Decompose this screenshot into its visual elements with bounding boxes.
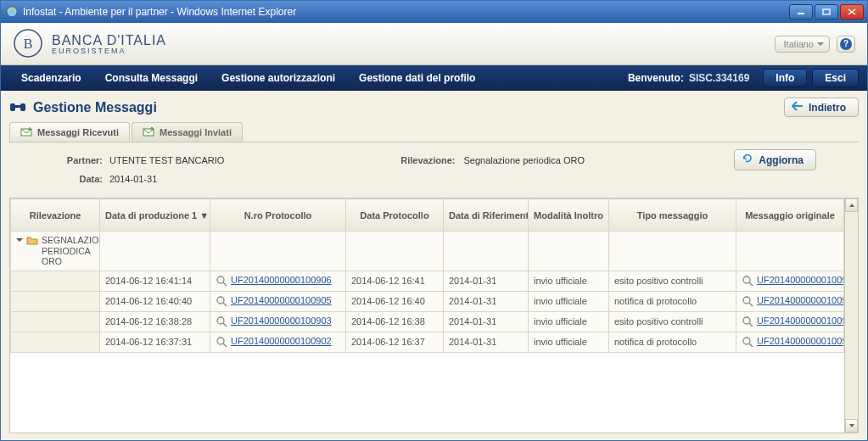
exit-button[interactable]: Esci: [812, 69, 859, 87]
svg-point-26: [743, 338, 750, 344]
page-content: Gestione Messaggi Indietro Messaggi Rice…: [1, 91, 867, 440]
window-titlebar: Infostat - Ambiente per il partner - Win…: [1, 1, 867, 23]
col-header-messaggio-originale[interactable]: Messaggio originale: [736, 199, 844, 232]
cell-tipo-messaggio: esito positivo controlli: [609, 311, 736, 332]
cell-modalita-inoltro: invio ufficiale: [529, 291, 609, 311]
maximize-button[interactable]: [815, 4, 838, 20]
cell-data-riferimento: 2014-01-31: [444, 271, 529, 291]
col-header-data-protocollo[interactable]: Data Protocollo: [346, 199, 444, 232]
protocollo-link[interactable]: UF20140000000100903: [231, 315, 332, 326]
menu-gestione-autorizzazioni[interactable]: Gestione autorizzazioni: [210, 72, 347, 84]
scroll-down-arrow-icon[interactable]: [845, 419, 858, 433]
col-header-rilevazione[interactable]: Rilevazione: [11, 199, 100, 232]
menu-consulta-messaggi[interactable]: Consulta Messaggi: [93, 72, 210, 84]
minimize-button[interactable]: [789, 4, 813, 20]
cell-msg-originale: UF20140000000100901: [736, 332, 844, 352]
cell-data-produzione: 2014-06-12 16:40:40: [100, 291, 210, 311]
page-title: Gestione Messaggi: [33, 100, 157, 115]
table-row[interactable]: 2014-06-12 16:40:40UF2014000000010090520…: [11, 291, 844, 311]
scroll-up-arrow-icon[interactable]: [845, 198, 858, 212]
magnifier-icon: [216, 295, 227, 307]
magnifier-icon: [216, 336, 227, 348]
protocollo-link[interactable]: UF20140000000100906: [231, 275, 332, 285]
refresh-label: Aggiorna: [759, 154, 804, 166]
cell-msg-originale: UF20140000000100904: [736, 291, 844, 311]
svg-line-23: [749, 323, 753, 327]
col-header-tipo-messaggio[interactable]: Tipo messaggio: [609, 199, 736, 232]
protocollo-link[interactable]: UF20140000000100902: [231, 336, 332, 346]
rilevazione-label: Rilevazione:: [400, 155, 455, 165]
magnifier-icon: [216, 315, 227, 327]
close-button[interactable]: [840, 4, 864, 20]
window-controls: [789, 4, 864, 20]
svg-line-17: [223, 303, 227, 306]
svg-line-13: [223, 282, 227, 286]
magnifier-icon: [742, 275, 753, 287]
refresh-button[interactable]: Aggiorna: [734, 149, 816, 170]
menu-gestione-dati-profilo[interactable]: Gestione dati del profilo: [347, 72, 487, 84]
language-selector[interactable]: Italiano: [775, 36, 830, 53]
brand-bar: B BANCA D'ITALIA EUROSISTEMA Italiano ?: [1, 23, 867, 65]
table-row[interactable]: 2014-06-12 16:37:31UF2014000000010090220…: [11, 332, 844, 352]
window-title: Infostat - Ambiente per il partner - Win…: [23, 6, 789, 18]
tab-label-inviati: Messaggi Inviati: [160, 127, 232, 137]
tab-label-ricevuti: Messaggi Ricevuti: [37, 127, 119, 137]
svg-point-16: [217, 297, 224, 304]
cell-data-riferimento: 2014-01-31: [444, 332, 529, 352]
ie-favicon-icon: [6, 6, 18, 18]
msg-originale-link[interactable]: UF20140000000100901: [757, 315, 844, 326]
cell-msg-originale: UF20140000000100901: [736, 311, 844, 332]
protocollo-link[interactable]: UF20140000000100905: [231, 295, 332, 305]
msg-originale-link[interactable]: UF20140000000100904: [757, 295, 844, 305]
cell-data-protocollo: 2014-06-12 16:38: [346, 311, 444, 332]
cell-rilevazione: [11, 291, 100, 311]
col-header-modalita-inoltro[interactable]: Modalità Inoltro: [529, 199, 609, 232]
cell-nro-protocollo: UF20140000000100902: [210, 332, 346, 352]
partner-label: Partner:: [52, 155, 103, 165]
svg-point-12: [217, 276, 224, 283]
menu-scadenzario[interactable]: Scadenzario: [9, 72, 93, 84]
cell-modalita-inoltro: invio ufficiale: [529, 271, 609, 291]
table-row[interactable]: 2014-06-12 16:41:14UF2014000000010090620…: [11, 271, 844, 291]
svg-rect-7: [10, 103, 15, 111]
svg-line-19: [749, 303, 753, 306]
msg-originale-link[interactable]: UF20140000000100904: [757, 275, 844, 285]
messages-table: Rilevazione Data di produzione 1 ▼ N.ro …: [10, 198, 844, 353]
table-vertical-scrollbar[interactable]: [844, 198, 858, 433]
collapse-triangle-icon[interactable]: [16, 238, 23, 245]
table-row[interactable]: 2014-06-12 16:38:28UF2014000000010090320…: [11, 311, 844, 332]
svg-line-21: [223, 323, 227, 327]
inbox-icon: [20, 126, 32, 138]
msg-originale-link[interactable]: UF20140000000100901: [757, 336, 844, 346]
filter-row-data: Data: 2014-01-31: [9, 174, 859, 187]
col-header-data-riferimento[interactable]: Data di Riferimento: [444, 199, 529, 232]
magnifier-icon: [742, 315, 753, 327]
refresh-icon: [742, 153, 753, 167]
tab-messaggi-ricevuti[interactable]: Messaggi Ricevuti: [9, 122, 130, 142]
user-id: SISC.334169: [689, 72, 749, 84]
cell-data-protocollo: 2014-06-12 16:41: [346, 271, 444, 291]
message-tabs: Messaggi Ricevuti Messaggi Inviati: [9, 122, 859, 142]
col-header-nro-protocollo[interactable]: N.ro Protocollo: [210, 199, 346, 232]
scroll-track[interactable]: [845, 212, 858, 419]
help-icon: ?: [840, 38, 852, 50]
cell-data-produzione: 2014-06-12 16:38:28: [100, 311, 210, 332]
page-header: Gestione Messaggi Indietro: [9, 98, 859, 117]
cell-rilevazione: [11, 332, 100, 352]
tab-messaggi-inviati[interactable]: Messaggi Inviati: [132, 122, 243, 142]
svg-line-25: [223, 343, 227, 347]
messages-table-container: Rilevazione Data di produzione 1 ▼ N.ro …: [9, 198, 859, 433]
col-header-data-produzione[interactable]: Data di produzione 1 ▼: [100, 199, 210, 232]
table-group-row[interactable]: SEGNALAZIONE PERIODICA ORO: [11, 232, 844, 271]
svg-line-27: [749, 343, 753, 347]
svg-line-15: [749, 282, 753, 286]
cell-data-riferimento: 2014-01-31: [444, 291, 529, 311]
cell-rilevazione: [11, 271, 100, 291]
help-button[interactable]: ?: [837, 36, 855, 53]
magnifier-icon: [742, 295, 753, 307]
svg-rect-2: [823, 9, 830, 14]
back-button[interactable]: Indietro: [784, 98, 859, 117]
app-body: B BANCA D'ITALIA EUROSISTEMA Italiano ? …: [1, 23, 867, 440]
info-button[interactable]: Info: [763, 69, 807, 87]
cell-nro-protocollo: UF20140000000100905: [210, 291, 346, 311]
